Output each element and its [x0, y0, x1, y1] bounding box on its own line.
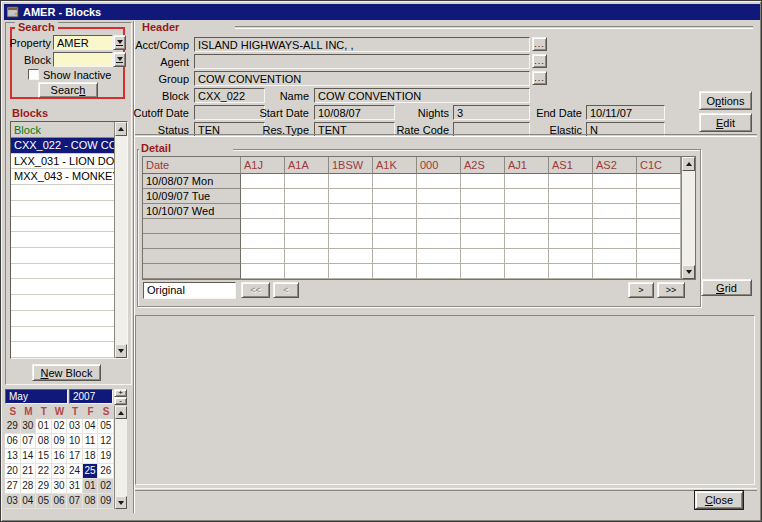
grid-cell[interactable] — [505, 219, 549, 234]
grid-cell[interactable] — [637, 174, 681, 189]
grid-cell[interactable] — [461, 234, 505, 249]
grid-cell[interactable] — [241, 174, 285, 189]
nav-first-button[interactable]: << — [241, 282, 270, 298]
search-button[interactable]: Search — [38, 82, 98, 98]
grid-cell[interactable] — [549, 249, 593, 264]
grid-cell[interactable] — [241, 204, 285, 219]
grid-cell[interactable] — [417, 249, 461, 264]
grid-cell[interactable] — [593, 189, 637, 204]
block-list-item[interactable]: MXX_043 - MONKEY SEE — [11, 169, 114, 185]
property-input[interactable]: AMER — [53, 35, 113, 50]
block-list-item[interactable] — [11, 217, 114, 233]
edit-button[interactable]: Edit — [699, 113, 752, 132]
year-spinner-up-button[interactable]: + — [114, 389, 127, 397]
calendar-day[interactable]: 31 — [67, 479, 83, 494]
calendar-day[interactable]: 01 — [83, 479, 99, 494]
grid-scrollbar[interactable] — [681, 157, 695, 279]
grid-cell[interactable] — [637, 234, 681, 249]
scroll-down-button[interactable] — [115, 344, 127, 358]
grid-cell[interactable] — [417, 264, 461, 279]
nav-prev-button[interactable]: < — [273, 282, 299, 298]
grid-cell[interactable] — [593, 249, 637, 264]
grid-cell[interactable] — [285, 189, 329, 204]
nav-last-button[interactable]: >> — [657, 282, 685, 298]
grid-cell[interactable] — [417, 204, 461, 219]
grid-cell[interactable] — [505, 234, 549, 249]
scroll-up-button[interactable] — [682, 157, 695, 171]
grid-button[interactable]: Grid — [701, 279, 752, 296]
calendar-month-select[interactable]: May — [5, 389, 68, 404]
grid-cell[interactable] — [373, 189, 417, 204]
grid-cell[interactable] — [637, 264, 681, 279]
grid-cell[interactable] — [417, 189, 461, 204]
calendar-day[interactable]: 14 — [21, 449, 37, 464]
grid-cell[interactable] — [461, 264, 505, 279]
grid-cell[interactable] — [285, 204, 329, 219]
block-list-item[interactable] — [11, 264, 114, 280]
grid-cell[interactable] — [505, 204, 549, 219]
calendar-day[interactable]: 06 — [52, 494, 68, 509]
calendar-day[interactable]: 01 — [36, 419, 52, 434]
acct-comp-ellipsis-button[interactable]: ... — [532, 37, 547, 51]
grid-cell[interactable] — [593, 264, 637, 279]
start-date-field[interactable]: 10/08/07 — [314, 105, 395, 120]
year-spinner-down-button[interactable]: - — [114, 397, 127, 405]
calendar-year-field[interactable]: 2007 — [69, 389, 113, 404]
calendar-day[interactable]: 04 — [21, 494, 37, 509]
grid-cell[interactable] — [637, 219, 681, 234]
grid-cell[interactable] — [593, 204, 637, 219]
grid-cell[interactable] — [241, 264, 285, 279]
grid-cell[interactable] — [241, 249, 285, 264]
block-list-item[interactable] — [11, 311, 114, 327]
grid-cell[interactable] — [373, 174, 417, 189]
acct-comp-field[interactable]: ISLAND HIGHWAYS-ALL INC, , — [194, 37, 530, 52]
grid-cell[interactable] — [505, 174, 549, 189]
calendar-day[interactable]: 03 — [5, 494, 21, 509]
end-date-field[interactable]: 10/11/07 — [586, 105, 665, 120]
block-list-item[interactable] — [11, 248, 114, 264]
grid-cell[interactable] — [637, 204, 681, 219]
calendar-day[interactable]: 30 — [52, 479, 68, 494]
grid-cell[interactable] — [285, 234, 329, 249]
grid-cell[interactable] — [329, 219, 373, 234]
grid-cell[interactable] — [241, 234, 285, 249]
grid-cell[interactable] — [329, 234, 373, 249]
calendar-day[interactable]: 28 — [21, 479, 37, 494]
nav-next-button[interactable]: > — [628, 282, 654, 298]
calendar-day[interactable]: 08 — [36, 434, 52, 449]
grid-cell[interactable] — [461, 174, 505, 189]
calendar-day[interactable]: 06 — [5, 434, 21, 449]
grid-cell[interactable] — [373, 219, 417, 234]
agent-field[interactable] — [194, 54, 530, 69]
calendar-day[interactable]: 04 — [83, 419, 99, 434]
grid-cell[interactable] — [637, 189, 681, 204]
calendar-day[interactable]: 11 — [83, 434, 99, 449]
group-field[interactable]: COW CONVENTION — [194, 71, 530, 86]
grid-cell[interactable] — [285, 219, 329, 234]
grid-cell[interactable] — [461, 219, 505, 234]
calendar-day[interactable]: 07 — [21, 434, 37, 449]
grid-cell[interactable] — [593, 234, 637, 249]
grid-cell[interactable] — [637, 249, 681, 264]
grid-cell[interactable] — [417, 174, 461, 189]
grid-cell[interactable] — [593, 174, 637, 189]
calendar-day[interactable]: 23 — [52, 464, 68, 479]
calendar-day[interactable]: 05 — [36, 494, 52, 509]
calendar-day[interactable]: 08 — [83, 494, 99, 509]
block-list-item[interactable] — [11, 295, 114, 311]
grid-cell[interactable] — [549, 204, 593, 219]
calendar-day[interactable]: 03 — [67, 419, 83, 434]
grid-cell[interactable] — [329, 249, 373, 264]
block-input[interactable] — [53, 52, 113, 67]
calendar-day[interactable]: 17 — [67, 449, 83, 464]
calendar-day[interactable]: 26 — [98, 464, 114, 479]
name-field[interactable]: COW CONVENTION — [314, 88, 530, 103]
scroll-up-button[interactable] — [115, 122, 127, 136]
grid-cell[interactable] — [461, 249, 505, 264]
grid-cell[interactable] — [549, 174, 593, 189]
grid-cell[interactable] — [593, 219, 637, 234]
block-list-item[interactable] — [11, 185, 114, 201]
block-list-item[interactable]: CXX_022 - COW CONVENTION — [11, 138, 114, 154]
calendar-day[interactable]: 07 — [67, 494, 83, 509]
grid-cell[interactable] — [329, 189, 373, 204]
